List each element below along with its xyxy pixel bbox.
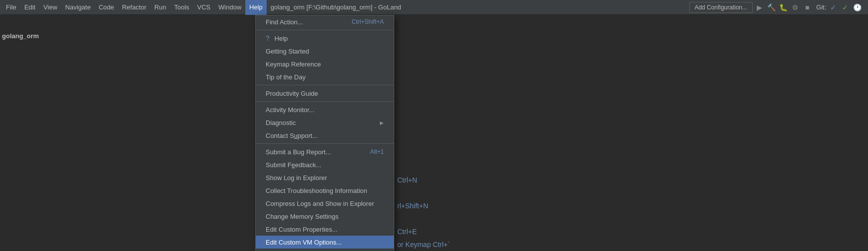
edit-custom-props-label: Edit Custom Properties...: [266, 226, 338, 233]
menu-item-productivity-guide[interactable]: Productivity Guide: [256, 87, 394, 100]
menu-item-activity-monitor[interactable]: Activity Monitor...: [256, 103, 394, 116]
menu-item-edit-custom-props[interactable]: Edit Custom Properties...: [256, 223, 394, 236]
menu-item-find-action[interactable]: Find Action... Ctrl+Shift+A: [256, 15, 394, 28]
separator-2: [256, 85, 394, 85]
menu-run-label: Run: [154, 3, 166, 11]
menu-refactor-label: Refactor: [122, 3, 146, 11]
submenu-arrow-icon: ▶: [380, 120, 384, 126]
menu-file-label: File: [6, 3, 16, 11]
menu-tools[interactable]: Tools: [170, 0, 193, 15]
separator-3: [256, 101, 394, 102]
menu-code-label: Code: [99, 3, 114, 11]
app-title: golang_orm [F:\Github\golang_orm] - GoLa…: [271, 3, 401, 11]
submit-feedback-label: Submit Feedback...: [266, 161, 321, 169]
menu-item-compress-logs[interactable]: Compress Logs and Show in Explorer: [256, 197, 394, 210]
menu-item-debug-log[interactable]: Debug Log Settings...: [256, 249, 394, 251]
find-action-label: Find Action...: [266, 18, 303, 26]
menu-item-keymap-reference[interactable]: Keymap Reference: [256, 58, 394, 70]
help-label: Help: [275, 35, 288, 42]
menu-edit[interactable]: Edit: [20, 0, 39, 15]
menu-refactor[interactable]: Refactor: [118, 0, 150, 15]
help-menu: Find Action... Ctrl+Shift+A ? Help Getti…: [255, 15, 394, 251]
menu-item-show-log[interactable]: Show Log in Explorer: [256, 171, 394, 184]
contact-support-label: Contact Support...: [266, 132, 318, 139]
menu-code[interactable]: Code: [95, 0, 118, 15]
menu-run[interactable]: Run: [150, 0, 170, 15]
activity-monitor-label: Activity Monitor...: [266, 106, 314, 114]
toolbar-right: Add Configuration... ▶ 🔨 🐛 ⚙ ■ Git: ✓ ✓ …: [689, 2, 866, 13]
menu-item-help[interactable]: ? Help: [256, 32, 394, 45]
submit-bug-label: Submit a Bug Report...: [266, 148, 331, 156]
compress-logs-label: Compress Logs and Show in Explorer: [266, 200, 374, 207]
build-icon[interactable]: 🔨: [767, 2, 777, 12]
question-icon: ?: [266, 34, 270, 42]
project-name: golang_orm: [2, 32, 39, 40]
git-check-icon[interactable]: ✓: [828, 2, 838, 12]
menu-item-collect-troubleshooting[interactable]: Collect Troubleshooting Information: [256, 184, 394, 197]
menu-item-submit-bug[interactable]: Submit a Bug Report... Alt+1: [256, 145, 394, 158]
menu-help-label: Help: [249, 3, 263, 11]
keymap-reference-label: Keymap Reference: [266, 61, 321, 68]
menu-file[interactable]: File: [2, 0, 20, 15]
menu-item-contact-support[interactable]: Contact Support...: [256, 129, 394, 142]
menu-window[interactable]: Window: [215, 0, 245, 15]
getting-started-label: Getting Started: [266, 48, 309, 55]
profile-icon[interactable]: ⚙: [791, 2, 800, 12]
add-configuration-button[interactable]: Add Configuration...: [689, 2, 753, 13]
menu-edit-label: Edit: [24, 3, 35, 11]
menu-item-getting-started[interactable]: Getting Started: [256, 45, 394, 58]
menu-item-tip-of-day[interactable]: Tip of the Day: [256, 70, 394, 83]
menu-tools-label: Tools: [174, 3, 189, 11]
separator-4: [256, 143, 394, 144]
menu-vcs[interactable]: VCS: [193, 0, 215, 15]
main-content: golang_orm: [0, 15, 868, 251]
find-action-shortcut: Ctrl+Shift+A: [352, 18, 384, 25]
menubar: File Edit View Navigate Code Refactor Ru…: [0, 0, 868, 15]
run-icon[interactable]: ▶: [755, 2, 765, 12]
git-label: Git:: [816, 3, 826, 11]
menu-item-diagnostic[interactable]: Diagnostic ▶: [256, 116, 394, 129]
stop-icon[interactable]: ■: [802, 2, 812, 12]
diagnostic-label: Diagnostic: [266, 119, 296, 126]
menu-view-label: View: [43, 3, 57, 11]
show-log-label: Show Log in Explorer: [266, 174, 327, 182]
change-memory-label: Change Memory Settings: [266, 213, 339, 220]
debug-icon[interactable]: 🐛: [779, 2, 789, 12]
menu-window-label: Window: [218, 3, 241, 11]
menu-item-submit-feedback[interactable]: Submit Feedback...: [256, 158, 394, 171]
git-clock-icon[interactable]: 🕐: [852, 2, 862, 12]
git-tick-icon[interactable]: ✓: [840, 2, 850, 12]
menu-item-change-memory[interactable]: Change Memory Settings: [256, 210, 394, 223]
menu-help[interactable]: Help: [245, 0, 267, 15]
menu-item-edit-custom-vm[interactable]: Edit Custom VM Options...: [256, 236, 394, 249]
submit-bug-shortcut: Alt+1: [370, 148, 384, 155]
menu-navigate-label: Navigate: [65, 3, 90, 11]
edit-custom-vm-label: Edit Custom VM Options...: [266, 239, 342, 246]
separator-1: [256, 30, 394, 30]
menu-view[interactable]: View: [39, 0, 61, 15]
tip-of-day-label: Tip of the Day: [266, 73, 305, 81]
collect-troubleshooting-label: Collect Troubleshooting Information: [266, 187, 367, 194]
menu-vcs-label: VCS: [197, 3, 211, 11]
productivity-guide-label: Productivity Guide: [266, 90, 318, 97]
menu-navigate[interactable]: Navigate: [61, 0, 94, 15]
